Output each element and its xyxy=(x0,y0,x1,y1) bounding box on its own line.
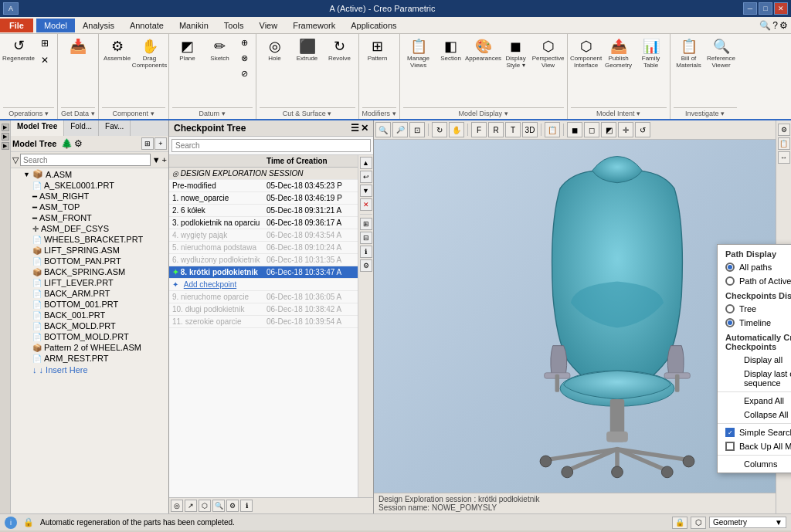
view-tb-wireframe[interactable]: ◻ xyxy=(584,122,599,137)
tree-item-arm-rest[interactable]: 📄 ARM_REST.PRT xyxy=(11,353,168,364)
framework-menu[interactable]: Framework xyxy=(285,19,343,32)
view-tb-datum-planes[interactable]: ◩ xyxy=(601,122,616,137)
status-lock-btn[interactable]: 🔒 xyxy=(672,517,687,529)
cp-settings-icon[interactable]: ⚙ xyxy=(360,259,372,272)
view-tb-zoom-in[interactable]: 🔍 xyxy=(375,122,391,137)
cp-row-krotki[interactable]: ✦ 8. krótki podłokietnik 06-Dec-18 10:33… xyxy=(169,266,358,279)
plane-button[interactable]: ◩ Plane xyxy=(172,36,203,64)
appearances-button[interactable]: 🎨 Appearances xyxy=(468,36,499,64)
tree-item-lift-lever[interactable]: 📄 LIFT_LEVER.PRT xyxy=(11,277,168,288)
view-canvas[interactable] xyxy=(374,140,776,493)
display-style-button[interactable]: ◼ Display Style ▾ xyxy=(501,36,531,71)
left-strip-btn-2[interactable]: ▶ xyxy=(2,133,9,141)
cp-icon-5[interactable]: ⚙ xyxy=(226,500,239,512)
datum-extra-3[interactable]: ⊘ xyxy=(237,66,253,81)
small-tool-2[interactable]: ✕ xyxy=(36,53,54,68)
simple-search-item[interactable]: ✓ Simple Search xyxy=(718,425,791,439)
component-interface-button[interactable]: ⬡ Component Interface xyxy=(571,36,602,71)
expand-all-item[interactable]: Expand All xyxy=(718,394,791,408)
tree-add-btn[interactable]: + xyxy=(162,155,167,164)
tree-item-skel[interactable]: 📄 A_SKEL0001.PRT xyxy=(11,180,168,191)
tree-item-pattern-wheel[interactable]: 📦 Pattern 2 of WHEEL.ASM xyxy=(11,342,168,353)
tree-item-bottom-001[interactable]: 📄 BOTTOM_001.PRT xyxy=(11,299,168,310)
tree-item-back-arm[interactable]: 📄 BACK_ARM.PRT xyxy=(11,288,168,299)
cp-menu-icon[interactable]: ☰ xyxy=(351,123,359,134)
small-tool-1[interactable]: ⊞ xyxy=(36,36,54,51)
cp-expand-icon-2[interactable]: ⊟ xyxy=(360,232,372,244)
datum-extra-1[interactable]: ⊕ xyxy=(237,36,253,50)
cp-icon-6[interactable]: ℹ xyxy=(240,500,253,512)
view-tb-right[interactable]: R xyxy=(488,122,504,137)
tree-search-input[interactable] xyxy=(20,154,151,166)
timeline-item[interactable]: Timeline xyxy=(718,316,791,330)
view-tb-zoom-out[interactable]: 🔎 xyxy=(392,122,408,137)
tree-item-back-spring[interactable]: 📦 BACK_SPRING.ASM xyxy=(11,266,168,277)
cp-revert[interactable]: ↩ xyxy=(360,171,372,183)
tree-item-wheels-bracket[interactable]: 📄 WHEELS_BRACKET.PRT xyxy=(11,234,168,245)
add-checkpoint-link[interactable]: Add checkpoint xyxy=(181,280,236,289)
cp-row-6-kolek[interactable]: 2. 6 kółek 05-Dec-18 09:31:21 A xyxy=(169,205,358,217)
tree-item-asm-top[interactable]: ━ ASM_TOP xyxy=(11,202,168,212)
help-icon[interactable]: ? xyxy=(772,20,778,31)
revolve-button[interactable]: ↻ Revolve xyxy=(324,36,355,64)
tools-menu[interactable]: Tools xyxy=(216,19,252,32)
right-icon-3[interactable]: ↔ xyxy=(778,151,790,164)
assemble-button[interactable]: ⚙ Assemble xyxy=(102,36,133,64)
cp-close-icon[interactable]: ✕ xyxy=(361,123,368,134)
regenerate-button[interactable]: ↺ Regenerate xyxy=(3,36,34,64)
status-expand-btn[interactable]: ⬡ xyxy=(691,517,706,529)
cp-delete[interactable]: ✕ xyxy=(360,198,372,211)
cp-add-checkpoint-cell[interactable]: ✦ Add checkpoint xyxy=(169,279,358,291)
cp-row-szerokie[interactable]: 11. szerokie oparcie 06-Dec-18 10:39:54 … xyxy=(169,316,358,328)
right-icon-2[interactable]: 📋 xyxy=(778,137,790,150)
backup-all-item[interactable]: Back Up All Models xyxy=(718,439,791,453)
window-controls[interactable]: ─ □ ✕ xyxy=(743,2,788,15)
view-tb-spin[interactable]: ↺ xyxy=(635,122,650,137)
file-menu[interactable]: File xyxy=(0,19,33,32)
cp-row-wydluzony[interactable]: 6. wydłużony podłokietnik 06-Dec-18 10:3… xyxy=(169,254,358,266)
tree-new-btn[interactable]: + xyxy=(154,137,167,150)
favorites-tab[interactable]: Fav... xyxy=(99,120,131,136)
geometry-dropdown[interactable]: Geometry ▼ xyxy=(709,517,786,528)
cp-row-nieruchome-oparcie[interactable]: 9. nieruchome oparcie 06-Dec-18 10:36:05… xyxy=(169,291,358,303)
settings-icon[interactable]: ⚙ xyxy=(779,20,788,31)
cp-row-wygiety[interactable]: 4. wygięty pająk 06-Dec-18 09:43:54 A xyxy=(169,229,358,242)
manage-views-button[interactable]: 📋 Manage Views xyxy=(403,36,434,71)
cp-row-pre-modified[interactable]: Pre-modified 05-Dec-18 03:45:23 P xyxy=(169,180,358,192)
datum-extra-2[interactable]: ⊗ xyxy=(237,51,253,66)
search-bar-icon[interactable]: 🔍 xyxy=(759,20,771,31)
view-tb-shading[interactable]: ◼ xyxy=(567,122,582,137)
tree-item-back-mold[interactable]: 📄 BACK_MOLD.PRT xyxy=(11,320,168,331)
perspective-button[interactable]: ⬡ Perspective View xyxy=(533,36,564,71)
cp-row-podlokietnik[interactable]: 3. podlokietnik na oparciu 06-Dec-18 09:… xyxy=(169,217,358,229)
view-tb-named-view[interactable]: 📋 xyxy=(545,122,560,137)
maximize-button[interactable]: □ xyxy=(759,2,772,15)
folder-tab[interactable]: Fold... xyxy=(64,120,99,136)
cp-row-dlugi[interactable]: 10. długi podłokietnik 06-Dec-18 10:38:4… xyxy=(169,303,358,316)
cp-icon-4[interactable]: 🔍 xyxy=(212,500,225,512)
manikin-menu[interactable]: Manikin xyxy=(171,19,216,32)
annotate-menu[interactable]: Annotate xyxy=(122,19,171,32)
view-tb-iso[interactable]: 3D xyxy=(522,122,538,137)
publish-geometry-button[interactable]: 📤 Publish Geometry xyxy=(603,36,634,71)
tree-item-back-001[interactable]: 📄 BACK_001.PRT xyxy=(11,310,168,320)
view-tb-fit[interactable]: ⊡ xyxy=(409,122,425,137)
family-table-button[interactable]: 📊 Family Table xyxy=(636,36,667,71)
section-button[interactable]: ◧ Section xyxy=(436,36,467,64)
cp-row-nowe[interactable]: 1. nowe_oparcie 05-Dec-18 03:46:19 P xyxy=(169,192,358,205)
hole-button[interactable]: ◎ Hole xyxy=(260,36,290,64)
tree-item-asm-right[interactable]: ━ ASM_RIGHT xyxy=(11,191,168,202)
display-last-item[interactable]: Display last created in each sequence xyxy=(718,367,791,390)
reference-viewer-button[interactable]: 🔍 Reference Viewer xyxy=(706,36,737,71)
filter-options-btn[interactable]: ▼ xyxy=(152,155,161,164)
tree-item-bottom-mold[interactable]: 📄 BOTTOM_MOLD.PRT xyxy=(11,331,168,342)
cp-nav-up[interactable]: ▲ xyxy=(360,157,372,169)
view-tb-csys[interactable]: ✛ xyxy=(618,122,633,137)
extrude-button[interactable]: ⬛ Extrude xyxy=(292,36,323,64)
cp-icon-3[interactable]: ⬡ xyxy=(199,500,211,512)
cp-icon-1[interactable]: ◎ xyxy=(171,500,183,512)
sketch-button[interactable]: ✏ Sketch xyxy=(205,36,236,64)
model-menu[interactable]: Model xyxy=(36,19,75,32)
tree-item-dd[interactable]: Tree xyxy=(718,302,791,316)
cp-row-add-checkpoint[interactable]: ✦ Add checkpoint xyxy=(169,279,358,291)
